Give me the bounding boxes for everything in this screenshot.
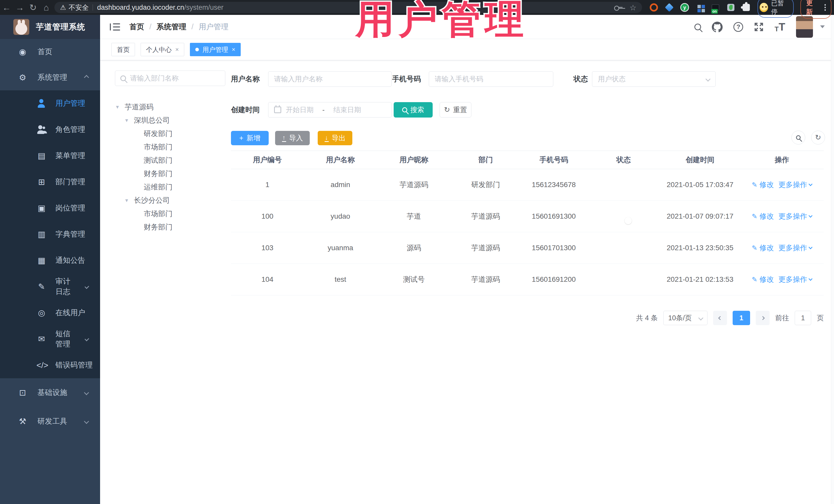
sidebar-item-role-mgmt[interactable]: 角色管理 — [0, 116, 100, 143]
browser-home-icon[interactable]: ⌂ — [40, 0, 53, 15]
page-content: 请输入部门名称 ▾ 芋道源码 ▾ 深圳总公司 研发部门 市场部门 测试部门 财务… — [100, 60, 834, 504]
more-actions-link[interactable]: 更多操作 — [778, 180, 812, 190]
more-actions-link[interactable]: 更多操作 — [778, 275, 812, 284]
tree-node[interactable]: 运维部门 — [115, 180, 225, 194]
breadcrumb-system[interactable]: 系统管理 — [156, 22, 186, 32]
page-size-select[interactable]: 10条/页 — [663, 311, 707, 325]
close-icon[interactable]: × — [232, 46, 235, 53]
reset-button[interactable]: ↻ 重置 — [440, 102, 471, 117]
on-badge: on — [711, 9, 718, 14]
tree-node[interactable]: 财务部门 — [115, 220, 225, 234]
dept-search-input[interactable]: 请输入部门名称 — [115, 70, 225, 86]
sidebar-item-home[interactable]: ◉ 首页 — [0, 39, 100, 65]
browser-toolbar: ← → ↻ ⌂ ⚠ 不安全 dashboard.yudao.iocoder.cn… — [0, 0, 834, 15]
browser-menu-icon[interactable] — [825, 7, 826, 8]
show-search-button[interactable] — [791, 131, 805, 145]
import-button[interactable]: ↑ 导入 — [275, 131, 310, 145]
extensions-puzzle-icon[interactable] — [742, 3, 751, 12]
chevron-down-icon — [809, 214, 813, 218]
sidebar-item-menu-mgmt[interactable]: ▤ 菜单管理 — [0, 143, 100, 169]
header-actions: ? TT — [695, 16, 834, 38]
goto-page-input[interactable]: 1 — [795, 311, 811, 325]
tab-home[interactable]: 首页 — [111, 43, 135, 56]
update-label: 更新 — [806, 0, 818, 17]
more-actions-link[interactable]: 更多操作 — [778, 243, 812, 253]
tree-node[interactable]: 财务部门 — [115, 167, 225, 180]
sidebar-item-devtools[interactable]: ⚒ 研发工具 — [0, 407, 100, 436]
tab-user-mgmt[interactable]: 用户管理 × — [190, 43, 241, 56]
tree-node[interactable]: ▾ 长沙分公司 — [115, 194, 225, 207]
extension-grid-icon[interactable] — [696, 3, 705, 12]
sidebar-item-dept-mgmt[interactable]: ⊞ 部门管理 — [0, 169, 100, 195]
sidebar-item-online-users[interactable]: ◎ 在线用户 — [0, 300, 100, 326]
search-button[interactable]: 搜索 — [394, 102, 433, 117]
edit-link[interactable]: ✎修改 — [752, 243, 774, 253]
more-actions-link[interactable]: 更多操作 — [778, 212, 812, 221]
avatar-caret-icon[interactable] — [820, 25, 825, 28]
extension-ubuntu-icon[interactable] — [649, 3, 658, 12]
next-page-button[interactable] — [756, 311, 770, 325]
address-bar[interactable]: ⚠ 不安全 dashboard.yudao.iocoder.cn /system… — [54, 2, 642, 13]
browser-forward-icon[interactable]: → — [13, 0, 27, 15]
edit-link[interactable]: ✎修改 — [752, 180, 774, 190]
help-icon[interactable]: ? — [733, 22, 743, 32]
sidebar-item-infra[interactable]: ⊡ 基础设施 — [0, 378, 100, 407]
sidebar-item-system[interactable]: ⚙ 系统管理 — [0, 65, 100, 90]
edit-link[interactable]: ✎修改 — [752, 275, 774, 284]
sidebar-item-audit-log[interactable]: ✎ 审计日志 — [0, 273, 100, 300]
tree-node[interactable]: 市场部门 — [115, 207, 225, 220]
extension-sprout-icon[interactable] — [726, 3, 736, 12]
sidebar-item-notice[interactable]: ▦ 通知公告 — [0, 247, 100, 273]
github-icon[interactable] — [712, 22, 723, 32]
tree-node[interactable]: 研发部门 — [115, 127, 225, 140]
sidebar-collapse-icon[interactable] — [110, 23, 120, 31]
security-label[interactable]: 不安全 — [68, 3, 89, 12]
mobile-input[interactable]: 请输入手机号码 — [429, 71, 553, 87]
app-logo-row[interactable]: 芋道管理系统 — [0, 15, 100, 39]
browser-reload-icon[interactable]: ↻ — [26, 0, 40, 15]
create-time-label: 创建时间 — [231, 102, 260, 117]
add-button[interactable]: + 新增 — [231, 131, 269, 145]
prev-page-button[interactable] — [713, 311, 727, 325]
export-button[interactable]: ↓ 导出 — [318, 131, 352, 145]
extension-gem-icon[interactable] — [665, 3, 674, 12]
bookmark-star-icon[interactable]: ☆ — [630, 3, 636, 12]
sidebar-menu: ◉ 首页 ⚙ 系统管理 用户管理 角色管理 ▤ 菜单管理 — [0, 39, 100, 436]
table-toolbar: + 新增 ↑ 导入 ↓ 导出 ↻ — [231, 131, 824, 145]
caret-down-icon[interactable]: ▾ — [125, 197, 134, 204]
sidebar-item-sms-mgmt[interactable]: ✉ 短信管理 — [0, 326, 100, 352]
sidebar-item-dict-mgmt[interactable]: ▥ 字典管理 — [0, 221, 100, 247]
browser-profile-chip[interactable]: 已暂停 — [758, 0, 794, 18]
infra-icon: ⊡ — [18, 388, 28, 397]
sidebar-item-user-mgmt[interactable]: 用户管理 — [0, 90, 100, 116]
fullscreen-icon[interactable] — [754, 22, 764, 32]
caret-down-icon[interactable]: ▾ — [125, 117, 134, 124]
edit-link[interactable]: ✎修改 — [752, 212, 774, 221]
sidebar-item-error-code[interactable]: </> 错误码管理 — [0, 352, 100, 378]
user-avatar[interactable] — [796, 16, 813, 38]
username-input[interactable]: 请输入用户名称 — [268, 71, 392, 87]
tree-node[interactable]: 市场部门 — [115, 140, 225, 154]
font-size-icon[interactable]: TT — [774, 22, 785, 32]
password-key-icon[interactable] — [614, 6, 623, 9]
window-scrollbar[interactable] — [831, 15, 834, 504]
tab-profile[interactable]: 个人中心 × — [140, 43, 184, 56]
browser-back-icon[interactable]: ← — [0, 0, 13, 15]
close-icon[interactable]: × — [175, 46, 179, 53]
caret-down-icon[interactable]: ▾ — [116, 104, 125, 110]
refresh-table-button[interactable]: ↻ — [811, 131, 825, 145]
search-icon[interactable] — [695, 24, 701, 30]
extension-y-icon[interactable]: y — [680, 3, 689, 12]
tree-node[interactable]: ▾ 芋道源码 — [115, 100, 225, 114]
page-number-1[interactable]: 1 — [733, 311, 750, 325]
browser-update-chip[interactable]: 更新 — [800, 0, 831, 19]
status-select[interactable]: 用户状态 — [592, 71, 716, 87]
tree-node[interactable]: 测试部门 — [115, 154, 225, 167]
sidebar-item-post-mgmt[interactable]: ▣ 岗位管理 — [0, 195, 100, 221]
breadcrumb-home[interactable]: 首页 — [129, 22, 144, 32]
dict-icon: ▥ — [37, 229, 47, 239]
tree-node[interactable]: ▾ 深圳总公司 — [115, 114, 225, 127]
date-range-input[interactable]: 开始日期 - 结束日期 — [268, 102, 392, 117]
extension-switch-icon[interactable]: on — [711, 3, 720, 12]
filter-form: 用户名称 请输入用户名称 手机号码 请输入手机号码 状态 用户状态 创建时间 开… — [231, 71, 824, 130]
